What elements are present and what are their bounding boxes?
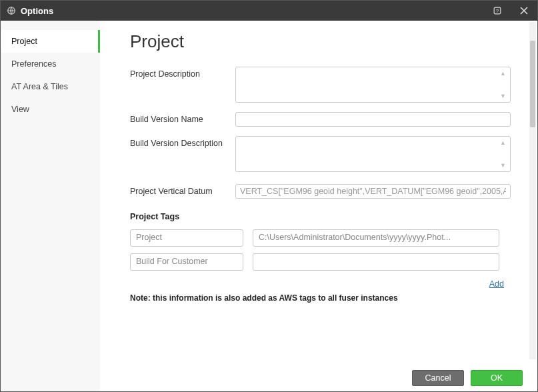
titlebar: Options ?	[1, 1, 537, 21]
tag-row: Project C:\Users\Administrator\Documents…	[130, 229, 511, 247]
sidebar-item-label: AT Area & Tiles	[11, 82, 68, 91]
label-project-vertical-datum: Project Vertical Datum	[130, 184, 235, 196]
close-button[interactable]	[511, 1, 537, 21]
sidebar-item-label: Project	[11, 37, 37, 46]
tag-row: Build For Customer	[130, 253, 511, 271]
tag-value-input[interactable]: C:\Users\Administrator\Documents\yyyy\yy…	[253, 229, 499, 247]
sidebar-item-at-area-tiles[interactable]: AT Area & Tiles	[1, 75, 100, 98]
label-project-description: Project Description	[130, 67, 235, 79]
ok-button[interactable]: OK	[471, 370, 523, 386]
scroll-up-icon: ▲	[500, 70, 506, 77]
input-build-version-name[interactable]	[235, 112, 511, 127]
scroll-down-icon: ▼	[500, 162, 506, 169]
note-text: Note: this information is also added as …	[130, 293, 511, 303]
app-icon	[6, 5, 17, 16]
cancel-button[interactable]: Cancel	[412, 370, 464, 386]
input-project-vertical-datum[interactable]	[235, 184, 511, 199]
footer-buttons: Cancel OK	[412, 370, 523, 386]
tag-key-value: Build For Customer	[136, 257, 208, 266]
content-pane: Project Project Description ▲ ▼ Build Ve…	[101, 21, 537, 391]
help-button[interactable]: ?	[484, 1, 511, 21]
scrollbar[interactable]	[529, 22, 536, 359]
label-build-version-description: Build Version Description	[130, 136, 235, 148]
tag-key-input[interactable]: Build For Customer	[130, 253, 243, 271]
label-build-version-name: Build Version Name	[130, 112, 235, 124]
add-tag-link[interactable]: Add	[489, 279, 504, 289]
scroll-up-icon: ▲	[500, 139, 506, 146]
svg-text:?: ?	[496, 8, 499, 14]
tag-value-value: C:\Users\Administrator\Documents\yyyy\yy…	[259, 233, 451, 242]
button-label: OK	[491, 373, 503, 383]
sidebar-item-label: View	[11, 105, 29, 114]
section-project-tags: Project Tags	[130, 212, 511, 221]
scrollbar-thumb[interactable]	[530, 41, 535, 127]
sidebar-item-view[interactable]: View	[1, 98, 100, 121]
window-title: Options	[21, 6, 484, 16]
sidebar-item-preferences[interactable]: Preferences	[1, 53, 100, 75]
tag-key-input[interactable]: Project	[130, 229, 243, 247]
sidebar: Project Preferences AT Area & Tiles View	[1, 21, 101, 391]
sidebar-item-project[interactable]: Project	[1, 30, 100, 53]
tag-value-input[interactable]	[253, 253, 499, 271]
scroll-down-icon: ▼	[500, 93, 506, 99]
page-title: Project	[130, 31, 511, 52]
tag-key-value: Project	[136, 233, 162, 242]
button-label: Cancel	[425, 373, 451, 383]
input-project-description[interactable]: ▲ ▼	[235, 67, 511, 103]
sidebar-item-label: Preferences	[11, 59, 56, 69]
input-build-version-description[interactable]: ▲ ▼	[235, 136, 511, 172]
